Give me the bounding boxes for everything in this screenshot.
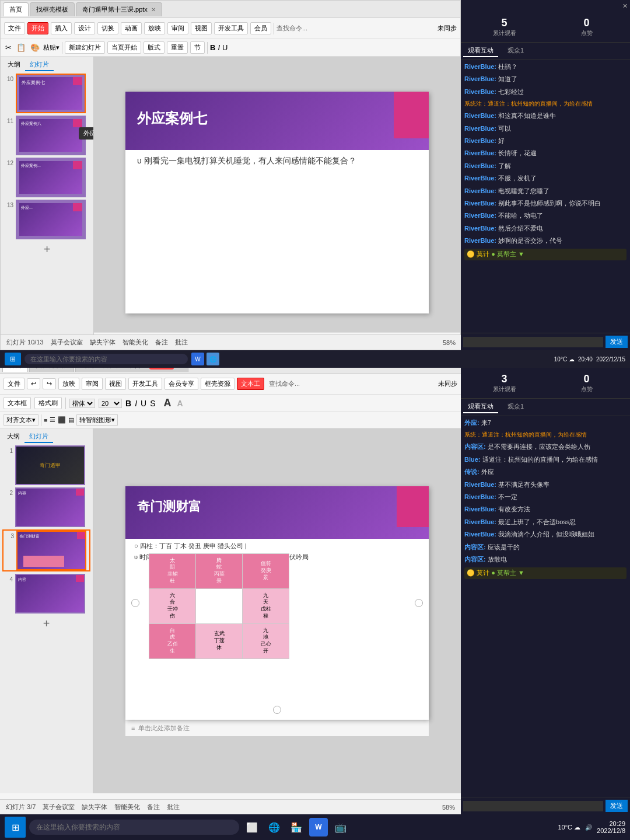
bottom-tab-audience[interactable]: 观众1 <box>503 401 528 413</box>
slide-img-10[interactable]: 外应案例七 <box>16 74 86 113</box>
review-menu-btn[interactable]: 审阅 <box>167 22 188 34</box>
textframe-btn[interactable]: 文本框 <box>4 397 31 409</box>
taskbar-icon-browser[interactable]: 🌐 <box>265 818 284 836</box>
slideshow-menu-btn[interactable]: 放映 <box>144 22 165 34</box>
layout-btn[interactable]: 版式 <box>144 41 164 54</box>
slide-canvas-top[interactable]: 外应案例七 υ 刚看完一集电视打算关机睡觉，有人来问感情能不能复合？ <box>125 92 429 313</box>
list-btn[interactable]: ≡ <box>44 417 47 424</box>
taskbar-icon-store[interactable]: 🏪 <box>287 818 306 836</box>
file-menu-btn[interactable]: 文件 <box>4 22 25 34</box>
comment-btn-top[interactable]: 批注 <box>175 338 188 347</box>
slide-thumb-b2[interactable]: 2 内容 <box>2 487 90 527</box>
font-select[interactable]: 楷体 <box>69 399 95 408</box>
align-text-btn[interactable]: 对齐文本▾ <box>4 414 38 426</box>
smart-shape-btn[interactable]: 转智能图形▾ <box>76 414 118 426</box>
underline-btn-bottom[interactable]: U <box>141 399 146 408</box>
slide-thumb-11[interactable]: 11 外应案例八 外应案例八 <box>3 116 91 155</box>
text-tool-btn[interactable]: 文本工 <box>237 378 264 390</box>
comment-btn-bottom[interactable]: 批注 <box>167 803 180 811</box>
taskbar-search-mid[interactable] <box>24 354 188 364</box>
chat-tab-audience[interactable]: 观众1 <box>503 45 528 57</box>
newslide-btn[interactable]: 新建幻灯片 <box>65 41 105 54</box>
beautify-top[interactable]: 智能美化 <box>123 338 148 347</box>
taskbar-icon-wps[interactable]: W <box>309 818 328 836</box>
slide-img-b1[interactable]: 奇门遁甲 <box>15 445 85 485</box>
format-btn[interactable]: 🎨 <box>29 42 41 53</box>
formatbrush-btn[interactable]: 格式刷 <box>34 397 62 409</box>
taskbar-search[interactable] <box>29 820 239 835</box>
outline-tab-top[interactable]: 大纲 <box>3 59 25 71</box>
tab-template-top[interactable]: 找框壳模板 <box>30 2 75 16</box>
italic-btn-top[interactable]: I <box>218 43 220 52</box>
add-slide-btn-bottom[interactable]: + <box>2 617 90 630</box>
cut-btn[interactable]: ✂ <box>4 42 13 53</box>
slide-thumb-b3[interactable]: 3 奇门测财富 <box>2 529 90 571</box>
member-btn-bottom[interactable]: 会员专享 <box>164 378 198 390</box>
section-btn[interactable]: 节 <box>190 41 205 54</box>
outline-tab-bottom[interactable]: 大纲 <box>2 431 24 443</box>
taskbar-icon-task[interactable]: ⬜ <box>243 818 261 836</box>
resize-handle-bottom[interactable] <box>273 706 281 714</box>
slide-thumb-12[interactable]: 12 外应案例... <box>3 158 91 197</box>
slide-img-11[interactable]: 外应案例八 <box>16 116 86 155</box>
search-label[interactable]: 查找命令... <box>276 24 307 33</box>
review-btn-bottom[interactable]: 审阅 <box>82 378 103 390</box>
dev-menu-btn[interactable]: 开发工具 <box>214 22 248 34</box>
start-btn-mid[interactable]: ⊞ <box>5 353 21 365</box>
slideshow-btn-bottom[interactable]: 放映 <box>58 378 79 390</box>
tab-close-top[interactable]: ✕ <box>151 6 156 13</box>
slide-img-b2[interactable]: 内容 <box>15 487 85 527</box>
redo-btn-bottom[interactable]: ↪ <box>43 378 56 389</box>
slide-img-b4[interactable]: 内容 <box>15 574 85 614</box>
slides-tab-top[interactable]: 幻灯片 <box>25 59 54 71</box>
taskbar-browser-mid[interactable]: 🌐 <box>206 353 219 365</box>
chat-messages-top[interactable]: RiverBlue: 杜鹃？ RiverBlue: 知道了 RiverBlue:… <box>461 60 630 333</box>
dev-btn-bottom[interactable]: 开发工具 <box>128 378 162 390</box>
insert-menu-btn[interactable]: 插入 <box>51 22 72 34</box>
slide-thumb-b4[interactable]: 4 内容 <box>2 574 90 614</box>
taskbar-icon-bilibili[interactable]: 📺 <box>331 818 350 836</box>
align-left-btn[interactable]: ⬛ <box>58 416 66 424</box>
note-btn-top[interactable]: 备注 <box>155 338 168 347</box>
chat-send-btn-top[interactable]: 发送 <box>606 336 628 348</box>
chat-tab-interact[interactable]: 观看互动 <box>463 45 498 57</box>
undo-btn-bottom[interactable]: ↩ <box>27 378 40 389</box>
templates-btn-bottom[interactable]: 框壳资源 <box>201 378 235 390</box>
add-slide-btn-top[interactable]: + <box>3 243 91 256</box>
file-menu-bottom[interactable]: 文件 <box>4 378 24 390</box>
bold-btn-top[interactable]: B <box>210 43 215 52</box>
slide-thumb-b1[interactable]: 1 奇门遁甲 <box>2 445 90 485</box>
view-btn-bottom[interactable]: 视图 <box>105 378 126 390</box>
member-menu-btn[interactable]: 会员 <box>250 22 271 34</box>
align-center-btn[interactable]: ▤ <box>68 416 74 424</box>
slides-tab-bottom[interactable]: 幻灯片 <box>24 431 53 443</box>
tab-home-top[interactable]: 首页 <box>3 2 29 16</box>
strike-btn-bottom[interactable]: S <box>150 399 155 408</box>
bottom-chat-messages[interactable]: 外应: 来7 系统：通道注：杭州知的的直播间，为给在感情 内容区: 是不需要再连… <box>461 416 630 797</box>
italic-btn-bottom[interactable]: I <box>135 399 137 408</box>
slide-img-b3[interactable]: 奇门测财富 <box>16 531 86 570</box>
slide-thumb-13[interactable]: 13 外应... <box>3 200 91 239</box>
start-menu-btn[interactable]: 开始 <box>27 22 48 34</box>
bottom-add-note[interactable]: ≡ 单击此处添加备注 <box>125 720 429 736</box>
close-icon[interactable]: ✕ <box>622 2 628 10</box>
resize-handle-left[interactable] <box>131 599 139 607</box>
bottom-canvas[interactable]: 奇门测财富 ○ 四柱：丁百 丁木 癸丑 庚申 猎头公司 | υ 时间：甲寅癸 值… <box>125 486 429 720</box>
underline-btn-top[interactable]: U <box>222 43 228 52</box>
resize-handle-right[interactable] <box>415 599 423 607</box>
note-text-bottom[interactable]: 单击此处添加备注 <box>138 724 190 733</box>
reset-btn[interactable]: 重置 <box>167 41 188 54</box>
taskbar-wps-mid[interactable]: W <box>191 353 204 365</box>
chat-send-btn-bottom[interactable]: 发送 <box>606 800 628 812</box>
search-bottom[interactable]: 查找命令... <box>269 379 300 388</box>
slide-thumb-10[interactable]: 10 外应案例七 <box>3 74 91 113</box>
start-button[interactable]: ⊞ <box>5 817 26 838</box>
beautify-bottom[interactable]: 智能美化 <box>114 803 140 811</box>
chat-input-top[interactable] <box>463 337 603 347</box>
bottom-tab-interact[interactable]: 观看互动 <box>463 401 498 413</box>
list2-btn[interactable]: ☰ <box>50 416 55 424</box>
note-btn-bottom[interactable]: 备注 <box>147 803 160 811</box>
zoom-bottom[interactable]: 58% <box>442 804 455 811</box>
bold-btn-bottom[interactable]: B <box>125 399 131 408</box>
zoom-top[interactable]: 58% <box>443 339 456 346</box>
